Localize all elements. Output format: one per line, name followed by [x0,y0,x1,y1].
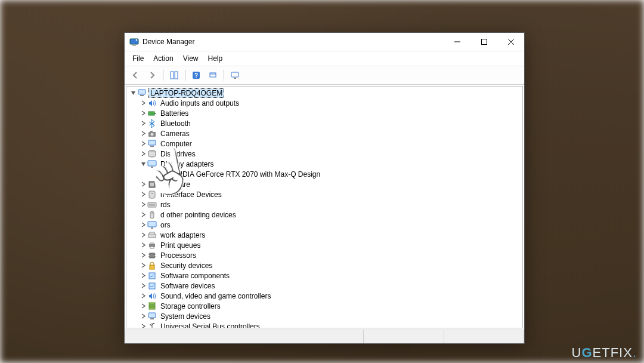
chevron-icon[interactable] [139,313,147,319]
chevron-icon[interactable] [139,151,147,156]
chevron-icon[interactable] [139,232,147,238]
tree-item[interactable]: Storage controllers [129,301,522,311]
scan-hardware-button[interactable] [228,68,242,82]
svg-rect-16 [140,95,144,96]
svg-rect-13 [231,72,239,77]
tree-item[interactable]: Bluetooth [129,118,522,128]
chevron-icon[interactable] [139,242,147,248]
svg-point-57 [151,328,153,329]
cpu-icon [147,251,157,260]
tree-item-label: Universal Serial Bus controllers [159,322,261,329]
svg-point-59 [150,324,151,325]
chevron-icon[interactable] [139,110,147,116]
battery-icon [147,109,157,118]
tree-child[interactable]: NVIDIA GeForce RTX 2070 with Max-Q Desig… [129,169,522,179]
help-button[interactable]: ? [189,68,203,82]
tree-item[interactable]: rds [129,199,522,210]
show-hide-console-button[interactable] [167,68,181,82]
svg-rect-25 [148,161,156,166]
net-icon [147,230,157,240]
chevron-icon[interactable] [139,161,147,167]
tree-item[interactable]: Sound, video and game controllers [129,291,522,301]
tree-item-label: Batteries [159,109,190,118]
tree-item-label: Software components [159,272,231,280]
tree-item[interactable]: Audio inputs and outputs [129,98,522,108]
tree-item-label: System devices [159,312,212,321]
tree-item-label: Disk drives [159,150,197,158]
tree-item[interactable]: Firmware [129,179,522,189]
tree-item[interactable]: Software devices [129,281,522,291]
tree-item-label: Processors [159,251,197,260]
svg-rect-42 [150,242,154,244]
svg-rect-30 [150,183,154,186]
svg-rect-17 [148,112,154,115]
menu-help[interactable]: Help [204,53,227,64]
tree-item-label: rds [159,201,172,209]
close-button[interactable] [497,33,524,51]
tree-item-label: n Interface Devices [159,190,223,199]
svg-rect-51 [149,283,155,289]
uninstall-button[interactable] [206,68,220,82]
tree-root[interactable]: LAPTOP-RDQ4OGEM [129,88,522,98]
svg-rect-28 [161,177,163,178]
tree-item[interactable]: ors [129,220,522,230]
bluetooth-icon [147,119,157,128]
svg-rect-53 [149,305,155,307]
tree-item[interactable]: Computer [129,139,522,149]
maximize-button[interactable] [470,33,497,51]
chevron-icon[interactable] [139,202,147,207]
svg-text:?: ? [194,72,198,79]
svg-rect-11 [210,73,216,77]
minimize-button[interactable] [444,33,470,51]
chevron-icon[interactable] [139,222,147,227]
chevron-icon[interactable] [129,90,137,96]
chevron-icon[interactable] [139,121,147,126]
tree-item[interactable]: System devices [129,311,522,321]
chevron-icon[interactable] [139,263,147,268]
device-tree-pane[interactable]: LAPTOP-RDQ4OGEM Audio inputs and outputs… [126,86,523,328]
svg-rect-7 [171,72,174,79]
camera-icon [147,129,157,139]
chevron-icon[interactable] [139,100,147,106]
chevron-icon[interactable] [139,324,147,328]
speaker-icon [147,99,157,108]
tree-item[interactable]: Display adapters [129,159,522,169]
tree-item-label: Computer [159,140,193,148]
tree-item[interactable]: n Interface Devices [129,189,522,199]
chevron-icon[interactable] [139,131,147,136]
tree-item[interactable]: Processors [129,250,522,260]
usb-icon [147,322,157,329]
tree-item[interactable]: Print queues [129,240,522,250]
watermark: UGETFIX. [572,345,637,361]
chevron-icon[interactable] [139,303,147,309]
chevron-icon[interactable] [139,212,147,217]
chevron-icon[interactable] [139,192,147,197]
menu-action[interactable]: Action [149,53,177,64]
chevron-icon[interactable] [139,141,147,146]
display-icon [147,159,157,169]
tree-item[interactable]: Software components [129,270,522,281]
tree-item[interactable]: d other pointing devices [129,210,522,220]
statusbar [125,330,524,343]
svg-rect-1 [132,45,136,46]
tree-item[interactable]: work adapters [129,230,522,240]
chevron-icon[interactable] [139,293,147,299]
tree-item[interactable]: Universal Serial Bus controllers [129,321,522,328]
menu-file[interactable]: File [128,53,148,64]
chevron-icon[interactable] [139,273,147,278]
chevron-icon[interactable] [139,182,147,187]
tree-item[interactable]: Security devices [129,260,522,270]
chevron-icon[interactable] [139,283,147,288]
chevron-icon[interactable] [139,253,147,258]
tree-item-label: Audio inputs and outputs [159,99,240,107]
menu-view[interactable]: View [179,53,203,64]
svg-rect-55 [148,313,156,318]
svg-rect-27 [158,171,166,176]
titlebar[interactable]: Device Manager [125,33,524,51]
back-button[interactable] [128,68,143,82]
tree-item[interactable]: Disk drives [129,149,522,159]
tree-item-label: Storage controllers [159,302,222,310]
tree-item[interactable]: Batteries [129,108,522,118]
tree-item[interactable]: Cameras [129,128,522,139]
forward-button[interactable] [145,68,159,82]
